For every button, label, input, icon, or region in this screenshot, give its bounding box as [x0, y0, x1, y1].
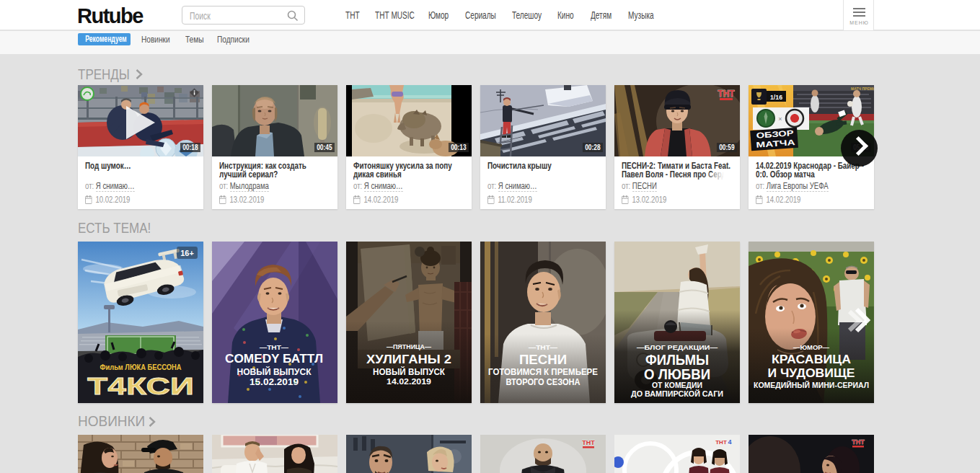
- svg-text:1/16: 1/16: [770, 94, 782, 101]
- svg-text:—ЮМОР—: —ЮМОР—: [793, 344, 829, 351]
- svg-text:4: 4: [728, 438, 731, 446]
- svg-text:×: ×: [778, 115, 782, 123]
- svg-text:—ТНТ—: —ТНТ—: [260, 344, 288, 351]
- svg-text:МАТЧ ПРЕМЬЕР: МАТЧ ПРЕМЬЕР: [851, 87, 874, 91]
- svg-text:КОМЕДИЙНЫЙ МИНИ-СЕРИАЛ: КОМЕДИЙНЫЙ МИНИ-СЕРИАЛ: [754, 381, 869, 389]
- svg-text:О ЛЮБВИ: О ЛЮБВИ: [644, 366, 710, 382]
- svg-text:COMEDY БАТТЛ: COMEDY БАТТЛ: [225, 352, 323, 366]
- svg-text:ТНТ: ТНТ: [582, 439, 595, 446]
- svg-text:15.02.2019: 15.02.2019: [250, 377, 299, 387]
- svg-text:КРАСАВИЦА: КРАСАВИЦА: [772, 353, 851, 366]
- svg-text:НОВЫЙ ВЫПУСК: НОВЫЙ ВЫПУСК: [373, 366, 446, 377]
- svg-text:14.02.2019: 14.02.2019: [387, 377, 431, 386]
- svg-text:ТНТ: ТНТ: [852, 438, 865, 446]
- svg-text:ГОТОВИМСЯ К ПРЕМЬЕРЕ: ГОТОВИМСЯ К ПРЕМЬЕРЕ: [488, 367, 598, 377]
- svg-text:ПЕСНИ: ПЕСНИ: [519, 352, 567, 367]
- svg-text:ХУЛИГАНЫ 2: ХУЛИГАНЫ 2: [366, 353, 451, 366]
- svg-text:ТНТ: ТНТ: [718, 89, 735, 99]
- svg-text:ВТОРОГО СЕЗОНА: ВТОРОГО СЕЗОНА: [506, 377, 581, 387]
- svg-text:—БЛОГ РЕДАКЦИИ—: —БЛОГ РЕДАКЦИИ—: [637, 344, 718, 351]
- svg-text:НОВЫЙ ВЫПУСК: НОВЫЙ ВЫПУСК: [237, 366, 312, 377]
- svg-text:Т4КСИ: Т4КСИ: [87, 372, 194, 399]
- svg-text:ОТ КОМЕДИИ: ОТ КОМЕДИИ: [652, 381, 702, 389]
- svg-text:—ТНТ—: —ТНТ—: [529, 344, 557, 351]
- svg-text:16+: 16+: [180, 249, 194, 257]
- svg-text:ДО ВАМПИРСКОЙ САГИ: ДО ВАМПИРСКОЙ САГИ: [631, 389, 723, 398]
- svg-text:ТНТ: ТНТ: [715, 439, 727, 446]
- svg-text:И ЧУДОВИЩЕ: И ЧУДОВИЩЕ: [768, 366, 855, 380]
- svg-text:—ПЯТНИЦА—: —ПЯТНИЦА—: [387, 343, 431, 350]
- svg-text:Фильм ЛЮКА БЕССОНА: Фильм ЛЮКА БЕССОНА: [100, 363, 182, 371]
- svg-text:ФИЛЬМЫ: ФИЛЬМЫ: [645, 352, 709, 368]
